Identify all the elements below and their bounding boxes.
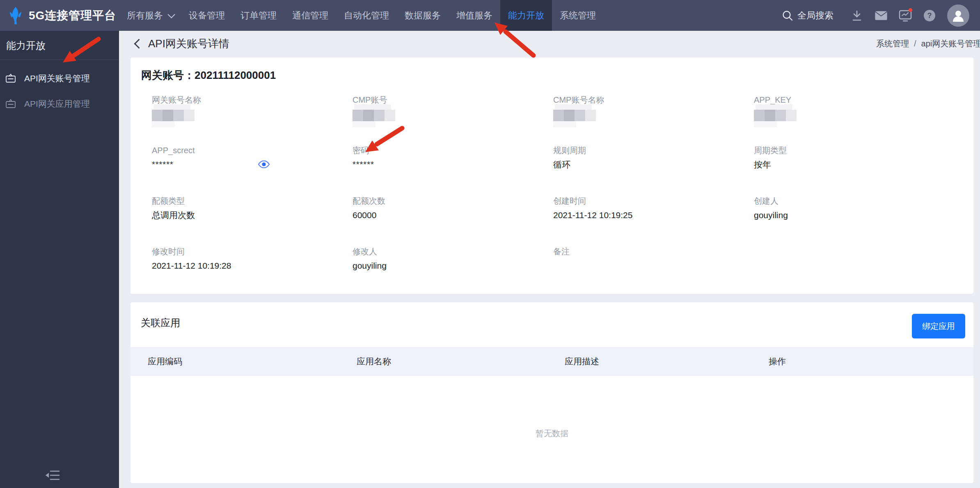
field-创建人: 创建人gouyiling — [754, 196, 955, 246]
monitor-message-icon[interactable] — [899, 9, 912, 22]
brand[interactable]: 5G连接管理平台 — [0, 6, 119, 25]
empty-data-text: 暂无数据 — [131, 428, 973, 439]
field-label: 密码 — [353, 145, 553, 155]
breadcrumb: 系统管理 / api网关账号管理 — [876, 31, 980, 56]
field-密码: 密码****** — [353, 145, 553, 196]
breadcrumb-page[interactable]: api网关账号管理 — [921, 38, 980, 49]
sidebar-item-API网关应用管理[interactable]: API网关应用管理 — [0, 91, 119, 117]
field-value-masked: ****** — [353, 160, 374, 168]
field-label: 周期类型 — [754, 145, 955, 155]
field-label: 创建人 — [754, 196, 955, 206]
gateway-account-detail-card: 网关账号：20211112000001 网关账号名称CMP账号CMP账号名称AP… — [131, 58, 973, 294]
nav-item-label: 所有服务 — [127, 9, 163, 22]
sidebar-item-label: API网关账号管理 — [24, 73, 90, 84]
redacted-value — [553, 110, 596, 121]
download-icon[interactable] — [850, 9, 863, 22]
badge-icon — [5, 99, 16, 109]
field-label: 规则周期 — [553, 145, 754, 155]
brand-name: 5G连接管理平台 — [29, 8, 116, 23]
top-navbar: 5G连接管理平台 所有服务设备管理订单管理通信管理自动化管理数据服务增值服务能力… — [0, 0, 980, 31]
detail-fields: 网关账号名称CMP账号CMP账号名称APP_KEYAPP_screct*****… — [152, 95, 955, 297]
nav-item-label: 订单管理 — [240, 9, 277, 22]
nav-item-订单管理[interactable]: 订单管理 — [233, 0, 284, 31]
nav-item-label: 增值服务 — [456, 9, 492, 22]
sidebar: 能力开放 API网关账号管理API网关应用管理 — [0, 31, 119, 488]
eye-icon[interactable] — [258, 160, 270, 170]
field-APP_screct: APP_screct****** — [152, 145, 353, 196]
field-value: 2021-11-12 10:19:28 — [152, 260, 353, 271]
field-value: gouyiling — [353, 260, 553, 271]
nav-item-label: 能力开放 — [508, 9, 544, 22]
search-icon — [782, 10, 793, 21]
avatar[interactable] — [947, 5, 969, 27]
field-value: 按年 — [754, 159, 955, 170]
nav-item-label: 自动化管理 — [344, 9, 389, 22]
global-search-label: 全局搜索 — [797, 9, 833, 22]
nav-item-所有服务[interactable]: 所有服务 — [119, 0, 181, 31]
field-value: 循环 — [553, 159, 754, 170]
page-header: API网关账号详情 系统管理 / api网关账号管理 — [119, 31, 980, 56]
sidebar-item-API网关账号管理[interactable]: API网关账号管理 — [0, 66, 119, 91]
field-CMP账号名称: CMP账号名称 — [553, 95, 754, 145]
related-apps-card: 关联应用 绑定应用 应用编码应用名称应用描述操作 暂无数据 — [131, 302, 973, 483]
page-title: API网关账号详情 — [148, 37, 229, 51]
field-label: CMP账号名称 — [553, 95, 754, 105]
field-label: 网关账号名称 — [152, 95, 353, 105]
nav-item-系统管理[interactable]: 系统管理 — [552, 0, 604, 31]
field-配额次数: 配额次数60000 — [353, 196, 553, 246]
field-修改时间: 修改时间2021-11-12 10:19:28 — [152, 246, 353, 297]
nav-menu: 所有服务设备管理订单管理通信管理自动化管理数据服务增值服务能力开放系统管理 — [119, 0, 604, 31]
field-label: 配额类型 — [152, 196, 353, 206]
content-area: API网关账号详情 系统管理 / api网关账号管理 网关账号：20211112… — [119, 31, 980, 488]
sidebar-divider — [0, 60, 119, 60]
sidebar-menu: API网关账号管理API网关应用管理 — [0, 66, 119, 117]
redacted-value — [152, 110, 195, 121]
field-备注: 备注 — [553, 246, 754, 297]
nav-item-label: 数据服务 — [405, 9, 441, 22]
field-label: APP_KEY — [754, 95, 955, 105]
nav-item-数据服务[interactable]: 数据服务 — [397, 0, 449, 31]
nav-item-自动化管理[interactable]: 自动化管理 — [336, 0, 397, 31]
badge-icon — [5, 73, 16, 84]
field-创建时间: 创建时间2021-11-12 10:19:25 — [553, 196, 754, 246]
notification-dot — [909, 8, 912, 12]
field-value: 2021-11-12 10:19:25 — [553, 210, 754, 221]
redacted-value — [353, 110, 395, 121]
field-CMP账号: CMP账号 — [353, 95, 553, 145]
field-label: APP_screct — [152, 145, 353, 155]
field-label: CMP账号 — [353, 95, 553, 105]
nav-item-通信管理[interactable]: 通信管理 — [284, 0, 336, 31]
redacted-value — [754, 110, 797, 121]
help-icon[interactable]: ? — [923, 9, 936, 22]
field-周期类型: 周期类型按年 — [754, 145, 955, 196]
nav-item-label: 设备管理 — [189, 9, 225, 22]
mail-icon[interactable] — [875, 9, 888, 22]
field-APP_KEY: APP_KEY — [754, 95, 955, 145]
svg-text:?: ? — [927, 12, 932, 20]
back-button[interactable]: API网关账号详情 — [135, 37, 229, 51]
breadcrumb-section[interactable]: 系统管理 — [876, 38, 909, 49]
sidebar-title: 能力开放 — [0, 31, 119, 60]
field-修改人: 修改人gouyiling — [353, 246, 553, 297]
related-apps-table-header: 应用编码应用名称应用描述操作 — [131, 347, 973, 376]
field-value: 总调用次数 — [152, 210, 353, 221]
related-apps-title: 关联应用 — [141, 316, 180, 329]
navbar-right: 全局搜索 ? — [782, 5, 980, 27]
telecom-logo-icon — [7, 6, 24, 25]
nav-item-label: 系统管理 — [560, 9, 596, 22]
nav-item-增值服务[interactable]: 增值服务 — [449, 0, 500, 31]
sidebar-item-label: API网关应用管理 — [24, 98, 90, 110]
field-网关账号名称: 网关账号名称 — [152, 95, 353, 145]
column-header-应用描述: 应用描述 — [565, 356, 769, 367]
nav-item-能力开放[interactable]: 能力开放 — [500, 0, 552, 31]
field-value: 60000 — [353, 210, 553, 221]
global-search[interactable]: 全局搜索 — [782, 9, 833, 22]
field-配额类型: 配额类型总调用次数 — [152, 196, 353, 246]
field-label: 修改人 — [353, 246, 553, 256]
field-label: 备注 — [553, 246, 754, 256]
nav-item-设备管理[interactable]: 设备管理 — [181, 0, 233, 31]
field-label: 配额次数 — [353, 196, 553, 206]
user-icon — [951, 9, 965, 23]
bind-app-button[interactable]: 绑定应用 — [912, 314, 965, 338]
sidebar-collapse-button[interactable] — [45, 470, 61, 482]
